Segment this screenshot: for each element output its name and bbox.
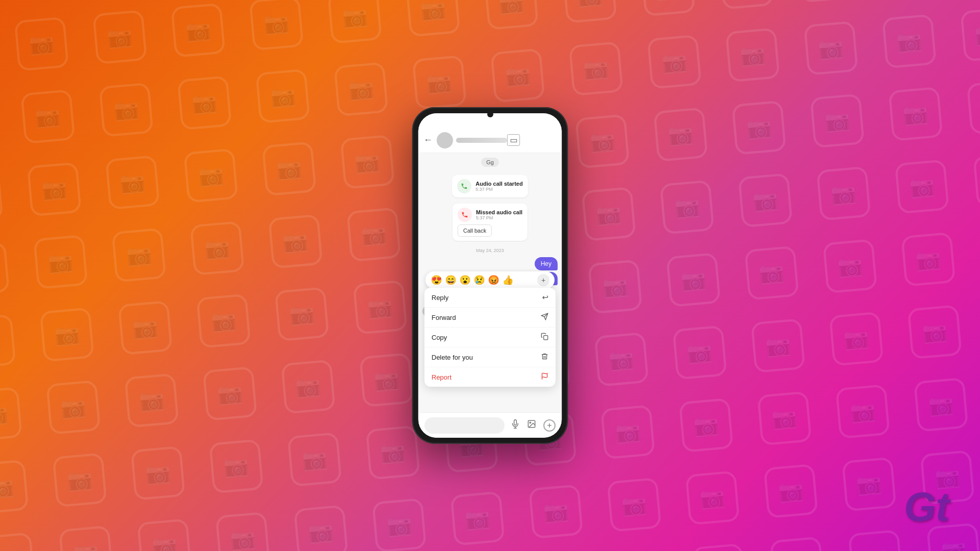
bg-pattern-icon: 📷: [679, 398, 733, 453]
svg-rect-2: [544, 336, 548, 340]
mic-icon[interactable]: [511, 419, 520, 432]
bg-pattern-icon: 📷: [137, 518, 191, 551]
bg-pattern-icon: 📷: [196, 293, 251, 348]
bg-pattern-icon: 📷: [20, 89, 75, 144]
emoji-more-button[interactable]: +: [537, 274, 550, 286]
bg-pattern-icon: 📷: [692, 543, 746, 551]
bg-pattern-icon: 📷: [255, 69, 310, 123]
bg-pattern-icon: 📷: [653, 107, 708, 162]
chat-header: ← ▭: [419, 128, 562, 153]
bg-pattern-icon: 📷: [685, 470, 740, 525]
contact-avatar: [437, 132, 453, 148]
menu-item-delete-label: Delete for you: [432, 354, 473, 361]
reply-icon: ↩: [542, 293, 549, 302]
bg-pattern-icon: 📷: [183, 148, 238, 203]
emoji-angry[interactable]: 😡: [488, 274, 499, 286]
emoji-thumbsup[interactable]: 👍: [502, 274, 513, 286]
bg-pattern-icon: 📷: [347, 207, 401, 262]
date-divider-may: May 24, 2023: [423, 248, 558, 253]
bg-pattern-icon: 📷: [744, 246, 799, 300]
bg-pattern-icon: 📷: [810, 93, 865, 148]
bg-pattern-icon: 📷: [888, 87, 943, 141]
back-button[interactable]: ←: [424, 135, 433, 145]
video-call-icon[interactable]: ▭: [507, 134, 520, 146]
bottom-action-icons: +: [511, 419, 556, 432]
bg-pattern-icon: 📷: [203, 366, 257, 421]
bg-pattern-icon: 📷: [587, 259, 642, 314]
emoji-reaction-bar[interactable]: 😍 😄 😮 😢 😡 👍 +: [426, 271, 555, 289]
bg-pattern-icon: 📷: [105, 155, 160, 210]
bg-pattern-icon: 📷: [484, 0, 538, 30]
bg-pattern-icon: 📷: [914, 378, 968, 432]
phone-camera: [487, 111, 493, 117]
menu-item-forward[interactable]: Forward: [425, 308, 556, 328]
call-started-icon: [457, 179, 472, 193]
bg-pattern-icon: 📷: [92, 10, 147, 64]
menu-item-report-label: Report: [432, 373, 452, 381]
bg-pattern-icon: 📷: [738, 173, 793, 228]
header-icons: ▭: [507, 134, 520, 146]
bg-pattern-icon: 📷: [908, 305, 962, 359]
message-input[interactable]: [425, 417, 505, 434]
menu-item-copy[interactable]: Copy: [425, 328, 556, 347]
bg-pattern-icon: 📷: [275, 287, 329, 341]
bg-pattern-icon: 📷: [124, 373, 179, 428]
bg-pattern-icon: 📷: [59, 525, 113, 551]
bg-pattern-icon: 📷: [641, 0, 695, 16]
report-icon: [541, 372, 549, 382]
bg-pattern-icon: 📷: [764, 464, 818, 518]
bg-pattern-icon: 📷: [600, 405, 655, 459]
bg-pattern-icon: 📷: [334, 62, 388, 116]
bg-pattern-icon: 📷: [491, 48, 545, 103]
missed-call-icon: [457, 208, 472, 222]
bg-pattern-icon: 📷: [171, 3, 226, 58]
bg-pattern-icon: 📷: [581, 187, 636, 241]
menu-item-delete[interactable]: Delete for you: [425, 347, 556, 367]
bg-pattern-icon: 📷: [406, 0, 460, 37]
bg-pattern-icon: 📷: [209, 439, 263, 493]
menu-item-report[interactable]: Report: [425, 367, 556, 387]
bg-pattern-icon: 📷: [575, 114, 630, 168]
bg-pattern-icon: 📷: [353, 280, 407, 335]
emoji-surprised[interactable]: 😮: [459, 274, 471, 286]
bg-pattern-icon: 📷: [823, 239, 877, 293]
call-back-button[interactable]: Call back: [457, 224, 492, 237]
bg-pattern-icon: 📷: [607, 478, 662, 532]
bg-pattern-icon: 📷: [281, 360, 335, 414]
gt-logo: Gt: [904, 484, 949, 531]
bg-pattern-icon: 📷: [40, 307, 94, 362]
image-icon[interactable]: [527, 419, 536, 432]
emoji-cry[interactable]: 😢: [474, 274, 485, 286]
bg-pattern-icon: 📷: [836, 384, 890, 439]
bg-pattern-icon: 📷: [757, 391, 812, 445]
menu-item-reply[interactable]: Reply ↩: [425, 288, 556, 308]
emoji-grin[interactable]: 😄: [445, 274, 456, 286]
svg-point-7: [530, 422, 531, 423]
bg-pattern-icon: 📷: [659, 180, 714, 234]
my-message-hey: Hey: [534, 257, 557, 270]
add-icon[interactable]: +: [544, 419, 556, 432]
bg-pattern-icon: 📷: [131, 446, 185, 500]
bg-pattern-icon: 📷: [14, 16, 69, 71]
emoji-heart-eyes[interactable]: 😍: [431, 274, 442, 286]
bg-pattern-icon: 📷: [731, 101, 786, 155]
bg-pattern-icon: 📷: [0, 169, 4, 223]
delete-icon: [541, 353, 549, 362]
bg-pattern-icon: 📷: [0, 314, 16, 369]
context-menu: Reply ↩ Forward Copy: [425, 288, 556, 387]
bg-pattern-icon: 📷: [973, 153, 980, 207]
bg-pattern-icon: 📷: [340, 135, 395, 189]
contact-name: [456, 138, 507, 143]
bg-pattern-icon: 📷: [848, 530, 903, 551]
bg-pattern-icon: 📷: [33, 235, 88, 289]
bg-pattern-icon: 📷: [895, 159, 949, 214]
bg-pattern-icon: 📷: [562, 0, 617, 23]
phone-screen: ← ▭ Gg A: [419, 113, 562, 438]
bg-pattern-icon: 📷: [751, 318, 805, 373]
call-started-message: Audio call started 5:37 PM: [452, 175, 528, 197]
bg-pattern-icon: 📷: [53, 453, 107, 507]
bg-pattern-icon: 📷: [967, 80, 980, 134]
missed-call-time: 5:37 PM: [476, 215, 522, 220]
bg-pattern-icon: 📷: [46, 380, 101, 435]
bottom-bar: +: [419, 412, 562, 438]
